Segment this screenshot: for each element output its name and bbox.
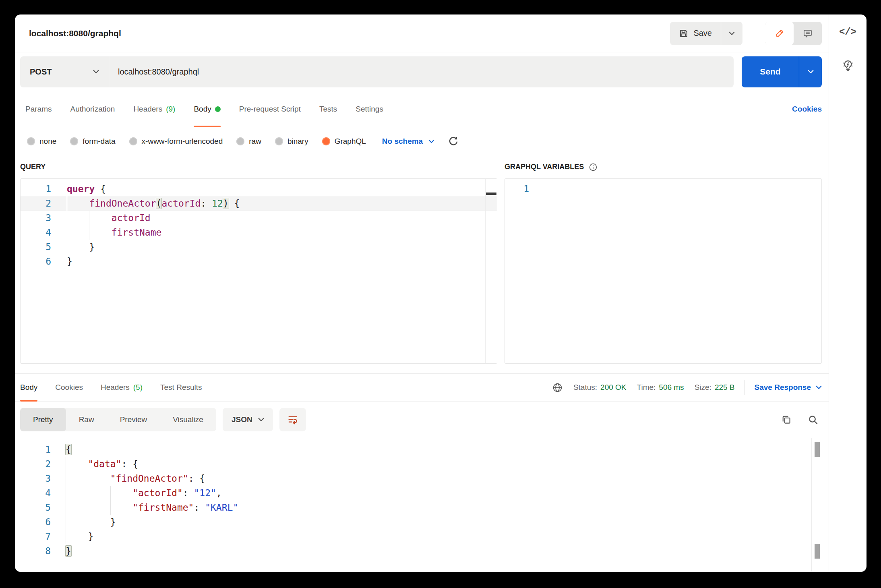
response-scrollbar-thumb[interactable] [815, 544, 820, 559]
variables-editor-panel: 1 [505, 178, 822, 364]
response-scrollbar-thumb[interactable] [815, 442, 820, 457]
radio-icon [129, 137, 137, 145]
request-tabs-row: ParamsAuthorizationHeaders(9)BodyPre-req… [15, 91, 829, 127]
response-body: 1{2 "data": {3 "findOneActor": {4 "actor… [15, 438, 829, 572]
send-options-button[interactable] [799, 56, 822, 87]
status-value[interactable]: 200 OK [600, 383, 626, 392]
lightbulb-icon [841, 58, 855, 73]
code-line: 2 "data": { [15, 457, 829, 471]
tab-params[interactable]: Params [25, 91, 52, 127]
tab-settings[interactable]: Settings [356, 91, 383, 127]
response-toolbar: PrettyRawPreviewVisualize JSON [15, 402, 829, 438]
view-tab-visualize[interactable]: Visualize [160, 408, 216, 431]
size-label: Size: [695, 383, 711, 392]
tab-headers[interactable]: Headers(9) [133, 91, 175, 127]
send-button[interactable]: Send [742, 56, 799, 87]
right-sidebar: </> [829, 14, 867, 572]
radio-icon [27, 137, 35, 145]
code-line: 6 } [15, 515, 829, 529]
pencil-icon [775, 29, 784, 38]
view-tab-raw[interactable]: Raw [66, 408, 107, 431]
code-icon: </> [839, 27, 856, 37]
time-value[interactable]: 506 ms [659, 383, 684, 392]
body-mode-none[interactable]: none [27, 137, 56, 146]
chevron-down-icon [816, 385, 822, 389]
chevron-down-icon [729, 31, 735, 35]
body-mode-form-data[interactable]: form-data [70, 137, 115, 146]
tab-pre-request-script[interactable]: Pre-request Script [239, 91, 301, 127]
size-value[interactable]: 225 B [715, 383, 735, 392]
response-tab-headers[interactable]: Headers(5) [101, 374, 143, 401]
comment-icon [803, 29, 813, 38]
code-line: 1{ [15, 442, 829, 457]
refresh-icon [448, 136, 459, 147]
lightbulb-button[interactable] [841, 58, 855, 73]
request-title: localhost:8080/graphql [29, 29, 121, 38]
divider [754, 24, 754, 43]
body-mode-raw[interactable]: raw [236, 137, 261, 146]
copy-response-button[interactable] [778, 411, 795, 429]
url-input[interactable]: localhost:8080/graphql [109, 56, 734, 87]
schema-select[interactable]: No schema [382, 137, 434, 146]
refresh-schema-button[interactable] [448, 136, 459, 147]
request-url-row: POST localhost:8080/graphql Send [15, 52, 829, 91]
wrap-text-button[interactable] [279, 408, 306, 431]
editor-cursor-marker [486, 193, 496, 195]
status-label: Status: [573, 383, 597, 392]
tab-tests[interactable]: Tests [319, 91, 337, 127]
response-tabs: BodyCookiesHeaders(5)Test Results [20, 374, 202, 401]
save-button[interactable]: Save [670, 22, 721, 45]
app-window: localhost:8080/graphql Save [15, 14, 867, 572]
response-header: BodyCookiesHeaders(5)Test Results Status… [15, 373, 829, 402]
schema-value: No schema [382, 137, 423, 146]
variables-editor[interactable]: 1 [505, 182, 821, 196]
code-line: 8} [15, 544, 829, 558]
send-group: Send [742, 56, 822, 87]
edit-mode-button[interactable] [765, 22, 794, 45]
radio-icon [322, 137, 330, 145]
response-tab-test-results[interactable]: Test Results [160, 374, 202, 401]
response-tab-body[interactable]: Body [20, 374, 37, 401]
code-line: 5 } [21, 240, 497, 254]
editor-gutter-line [810, 179, 810, 363]
body-mode-x-www-form-urlencoded[interactable]: x-www-form-urlencoded [129, 137, 223, 146]
view-tab-preview[interactable]: Preview [107, 408, 160, 431]
code-line: 1 [505, 182, 821, 196]
search-response-button[interactable] [804, 411, 822, 429]
code-snippet-button[interactable]: </> [839, 27, 856, 37]
code-line: 6} [21, 254, 497, 269]
editor-gutter-line [485, 179, 486, 363]
tab-authorization[interactable]: Authorization [70, 91, 115, 127]
code-line: 4 firstName [21, 225, 497, 240]
method-select[interactable]: POST [20, 56, 109, 87]
topbar-actions: Save [670, 22, 822, 45]
format-select[interactable]: JSON [223, 408, 273, 431]
info-icon[interactable] [589, 163, 598, 172]
edit-comment-toggle [765, 22, 822, 45]
format-value: JSON [232, 415, 252, 424]
view-tab-pretty[interactable]: Pretty [20, 408, 66, 431]
body-mode-row: noneform-datax-www-form-urlencodedrawbin… [15, 127, 829, 155]
response-editor[interactable]: 1{2 "data": {3 "findOneActor": {4 "actor… [15, 442, 829, 558]
cookies-link[interactable]: Cookies [792, 91, 822, 127]
query-editor[interactable]: 1query {2 findOneActor(actorId: 12) {3 a… [21, 182, 497, 269]
body-mode-graphql[interactable]: GraphQL [322, 137, 366, 146]
radio-icon [275, 137, 283, 145]
save-response-button[interactable]: Save Response [755, 383, 822, 392]
query-column: QUERY 1query {2 findOneActor(actorId: 12… [20, 155, 497, 364]
code-line: 2 findOneActor(actorId: 12) { [21, 196, 497, 211]
editor-gutter-line [811, 438, 812, 572]
divider [745, 380, 745, 395]
save-options-button[interactable] [721, 22, 742, 45]
method-value: POST [30, 67, 52, 77]
graphql-editors: QUERY 1query {2 findOneActor(actorId: 12… [15, 155, 829, 364]
body-mode-options: noneform-datax-www-form-urlencodedrawbin… [27, 137, 366, 146]
comments-button[interactable] [794, 22, 822, 45]
request-header-bar: localhost:8080/graphql Save [15, 14, 829, 52]
body-mode-binary[interactable]: binary [275, 137, 308, 146]
body-modified-dot [215, 106, 221, 112]
variables-label: GRAPHQL VARIABLES [505, 163, 584, 171]
code-line: 7 } [15, 529, 829, 544]
response-tab-cookies[interactable]: Cookies [55, 374, 83, 401]
tab-body[interactable]: Body [194, 91, 220, 127]
